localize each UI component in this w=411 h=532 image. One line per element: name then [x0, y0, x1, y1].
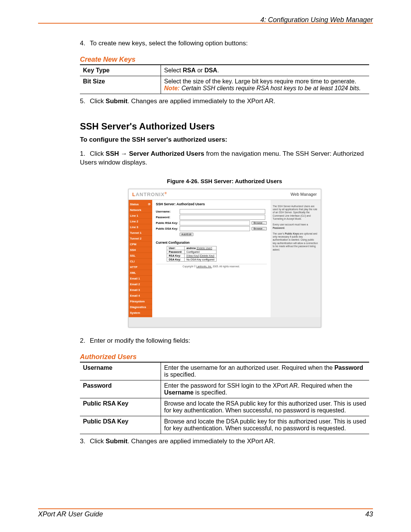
delete-key-link[interactable]: [Delete Key] — [200, 254, 214, 257]
bit-size-desc: Select the size of the key. Large bit ke… — [161, 76, 369, 94]
nav-tunnel2[interactable]: Tunnel 2 — [129, 236, 152, 241]
nav-email3[interactable]: Email 3 — [129, 287, 152, 293]
username-input[interactable] — [180, 209, 265, 214]
lantronix-link[interactable]: Lantronix, Inc. — [196, 265, 212, 268]
ssh-intro: To configure the SSH server's authorized… — [80, 136, 369, 144]
au-dsa-k: Public DSA Key — [80, 416, 161, 434]
rsa-key-input[interactable] — [180, 220, 250, 225]
nav-http[interactable]: HTTP — [129, 264, 152, 270]
au-password-k: Password — [80, 380, 161, 398]
authorized-users-table: Username Enter the username for an autho… — [80, 362, 369, 434]
web-manager-label: Web Manager — [291, 192, 317, 197]
current-config-table: User:andrew [Delete User] Password:Confi… — [167, 246, 217, 262]
footer-page-number: 43 — [365, 510, 373, 518]
nav-ssh[interactable]: SSH — [129, 247, 152, 253]
nav-line3[interactable]: Line 3 — [129, 224, 152, 230]
help-p2: Every user account must have a Password. — [273, 223, 319, 230]
step-4: 4.To create new keys, select the followi… — [80, 39, 369, 48]
nav-cli[interactable]: CLI — [129, 259, 152, 264]
nav-cpm[interactable]: CPM — [129, 241, 152, 247]
footer-left: XPort AR User Guide — [38, 510, 103, 518]
step-1: 1.Click SSH → Server Authorized Users fr… — [80, 150, 369, 167]
nav-ssl[interactable]: SSL — [129, 253, 152, 259]
au-username-v: Enter the username for an authorized use… — [161, 362, 369, 380]
nav-line2[interactable]: Line 2 — [129, 219, 152, 224]
screenshot-copyright: Copyright © Lantronix, Inc. 2005. All ri… — [156, 264, 267, 268]
au-dsa-v: Browse and locate the DSA public key for… — [161, 416, 369, 434]
browse-dsa-button[interactable]: Browse... — [252, 227, 266, 230]
screenshot-nav: Status⟳ Network Line 1 Line 2 Line 3 Tun… — [129, 200, 152, 317]
au-username-k: Username — [80, 362, 161, 380]
authorized-users-heading: Authorized Users — [80, 353, 369, 362]
dsa-key-label: Public DSA Key: — [156, 227, 180, 230]
lantronix-logo: LANTRONIX® — [132, 192, 167, 197]
create-new-keys-heading: Create New Keys — [80, 56, 369, 65]
nav-filesystem[interactable]: Filesystem — [129, 299, 152, 304]
help-p3: The user's Public Keys are optional and … — [273, 232, 319, 252]
au-rsa-k: Public RSA Key — [80, 398, 161, 416]
username-label: Username: — [156, 210, 180, 213]
screenshot-title: SSH Server: Authorized Users — [156, 202, 267, 206]
add-edit-button[interactable]: Add/Edit — [180, 233, 193, 236]
view-key-link[interactable]: [View Key] — [186, 254, 199, 257]
browse-rsa-button[interactable]: Browse... — [252, 221, 266, 225]
step-5: 5.Click Submit. Changes are applied imme… — [80, 97, 369, 106]
refresh-icon[interactable]: ⟳ — [148, 203, 151, 206]
rsa-key-label: Public RSA Key: — [156, 221, 180, 225]
step-4-text: To create new keys, select the following… — [90, 40, 248, 47]
nav-xml[interactable]: XML — [129, 270, 152, 276]
screenshot-web-manager: LANTRONIX® Web Manager Status⟳ Network L… — [128, 189, 321, 328]
create-keys-table: Key Type Select RSA or DSA. Bit Size Sel… — [80, 65, 369, 94]
password-input[interactable] — [180, 215, 265, 220]
ssh-authorized-users-heading: SSH Server's Authorized Users — [80, 121, 369, 132]
nav-network[interactable]: Network — [129, 207, 152, 213]
nav-email2[interactable]: Email 2 — [129, 281, 152, 287]
current-config-heading: Current Configuration — [156, 241, 267, 244]
step-3: 3.Click Submit. Changes are applied imme… — [80, 437, 369, 446]
nav-system[interactable]: System — [129, 310, 152, 316]
screenshot-help-panel: The SSH Server Authorized Users are used… — [271, 200, 321, 317]
page-header: 4: Configuration Using Web Manager — [38, 16, 373, 24]
password-label: Password: — [156, 216, 180, 219]
step-2: 2.Enter or modify the following fields: — [80, 337, 369, 345]
figure-caption: Figure 4-26. SSH Server: Authorized User… — [80, 178, 369, 184]
nav-status[interactable]: Status⟳ — [129, 201, 152, 207]
dsa-key-input[interactable] — [180, 226, 250, 231]
nav-email4[interactable]: Email 4 — [129, 293, 152, 299]
nav-tunnel1[interactable]: Tunnel 1 — [129, 230, 152, 236]
key-type-desc: Select RSA or DSA. — [161, 65, 369, 76]
screenshot-main: SSH Server: Authorized Users Username: P… — [152, 200, 271, 317]
au-password-v: Enter the password for SSH login to the … — [161, 380, 369, 398]
bit-size-label: Bit Size — [80, 76, 161, 94]
help-p1: The SSH Server Authorized Users are used… — [273, 205, 319, 221]
key-type-label: Key Type — [80, 65, 161, 76]
au-rsa-v: Browse and locate the RSA public key for… — [161, 398, 369, 416]
nav-diagnostics[interactable]: Diagnostics — [129, 304, 152, 310]
nav-email1[interactable]: Email 1 — [129, 276, 152, 281]
nav-line1[interactable]: Line 1 — [129, 213, 152, 219]
delete-user-link[interactable]: [Delete User] — [196, 247, 212, 249]
